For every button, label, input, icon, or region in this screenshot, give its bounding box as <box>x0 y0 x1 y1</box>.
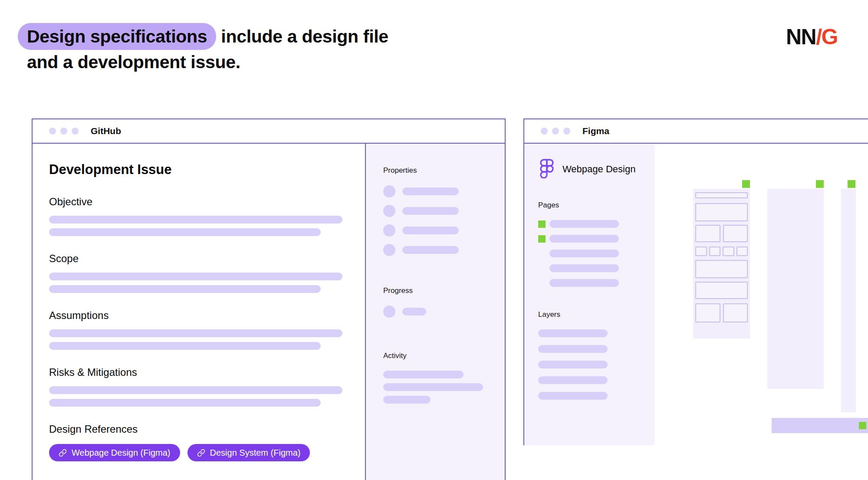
property-avatar-circle <box>383 185 395 197</box>
placeholder-bar <box>49 399 321 407</box>
nng-logo: NN/G <box>786 24 838 49</box>
artboard-frame-narrow[interactable] <box>841 189 856 412</box>
properties-label: Properties <box>383 166 505 175</box>
placeholder-bar <box>49 228 321 236</box>
section-label: Assumptions <box>49 309 365 322</box>
reference-buttons-row: Webpage Design (Figma) Design System (Fi… <box>49 444 365 461</box>
page-row <box>538 250 654 257</box>
issue-section-design-references: Design References Webpage Design (Figma) <box>49 423 365 461</box>
reference-button-design-system[interactable]: Design System (Figma) <box>187 444 310 461</box>
file-name: Webpage Design <box>562 164 635 175</box>
issue-section-risks: Risks & Mitigations <box>49 366 365 407</box>
wireframe-card <box>695 225 720 242</box>
placeholder-bar <box>383 371 464 378</box>
page-row <box>538 279 654 287</box>
placeholder-bar <box>549 220 619 228</box>
issue-main-content: Development Issue Objective Scope Assump… <box>33 144 365 480</box>
placeholder-bar <box>549 264 619 272</box>
wireframe-tile <box>695 247 707 256</box>
progress-row <box>383 306 505 318</box>
section-label: Objective <box>49 196 365 208</box>
selected-layer-bar[interactable] <box>772 418 868 433</box>
page-row <box>538 264 654 272</box>
wireframe-four-column-row <box>695 247 748 256</box>
window-controls <box>541 128 570 135</box>
window-control-dot[interactable] <box>49 128 56 135</box>
figma-logo-icon <box>538 158 556 180</box>
property-avatar-circle <box>383 205 395 217</box>
github-titlebar: GitHub <box>33 119 505 144</box>
placeholder-bar <box>383 383 483 391</box>
reference-button-label: Design System (Figma) <box>210 448 301 458</box>
section-label: Scope <box>49 253 365 265</box>
page-row-selected <box>538 235 654 243</box>
property-avatar-circle <box>383 224 395 237</box>
placeholder-bar <box>549 250 619 257</box>
figma-left-panel: Webpage Design Pages <box>524 144 654 445</box>
issue-sidebar: Properties Progress <box>365 144 505 480</box>
placeholder-bar <box>549 235 619 243</box>
window-control-dot[interactable] <box>563 128 570 135</box>
property-avatar-circle <box>383 244 395 256</box>
wireframe-content-block <box>695 282 748 299</box>
figma-canvas <box>654 144 868 445</box>
layers-label: Layers <box>538 310 654 319</box>
section-label: Risks & Mitigations <box>49 366 365 378</box>
selection-handle[interactable] <box>848 180 855 188</box>
nng-logo-slash-g: /G <box>816 25 838 49</box>
placeholder-bar <box>402 308 426 316</box>
headline-rest: include a design file <box>221 26 388 46</box>
figma-body: Webpage Design Pages <box>524 144 868 445</box>
placeholder-bar <box>49 285 321 293</box>
placeholder-bar <box>549 279 619 287</box>
reference-button-webpage-design[interactable]: Webpage Design (Figma) <box>49 444 180 461</box>
window-control-dot[interactable] <box>60 128 67 135</box>
headline-line-1: Design specifications include a design f… <box>27 24 388 49</box>
headline-highlight: Design specifications <box>18 23 216 50</box>
property-row <box>383 224 505 237</box>
layer-row-bar <box>538 329 608 337</box>
section-label: Design References <box>49 423 365 435</box>
property-row <box>383 244 505 256</box>
placeholder-bar <box>402 207 459 215</box>
layer-row-bar <box>538 376 608 384</box>
layer-row-bar <box>538 361 608 368</box>
figma-window: Figma Webpage Design P <box>523 118 868 445</box>
wireframe-tile <box>736 247 748 256</box>
placeholder-bar <box>49 273 342 280</box>
placeholder-bar <box>49 329 342 337</box>
wireframe-card <box>695 303 720 322</box>
wireframe-card <box>723 225 748 242</box>
progress-label: Progress <box>383 286 505 295</box>
github-window: GitHub Development Issue Objective Scope… <box>32 118 506 480</box>
link-icon <box>59 449 67 457</box>
wireframe-navbar <box>695 192 748 198</box>
selection-handle[interactable] <box>859 422 866 429</box>
placeholder-bar <box>49 386 342 394</box>
artboard-frame-plain[interactable] <box>767 189 824 389</box>
headline-line-2: and a development issue. <box>27 49 388 75</box>
placeholder-bar <box>402 227 459 234</box>
layer-row-bar <box>538 392 608 400</box>
wireframe-tile <box>709 247 721 256</box>
wireframe-content-block <box>695 260 748 278</box>
layer-row-bar <box>538 345 608 353</box>
window-control-dot[interactable] <box>541 128 548 135</box>
selection-handle[interactable] <box>816 180 824 188</box>
headline: Design specifications include a design f… <box>27 24 388 75</box>
page-selected-indicator <box>538 220 546 228</box>
progress-circle <box>383 306 395 318</box>
github-window-title: GitHub <box>91 126 121 136</box>
window-control-dot[interactable] <box>552 128 559 135</box>
window-control-dot[interactable] <box>72 128 79 135</box>
page-selected-indicator <box>538 235 546 243</box>
placeholder-bar <box>49 216 342 224</box>
artboard-frame-wireframe[interactable] <box>693 189 750 339</box>
placeholder-bar <box>402 246 459 254</box>
page-row-selected <box>538 220 654 228</box>
selection-handle[interactable] <box>742 180 750 188</box>
placeholder-bar <box>402 187 459 195</box>
nng-logo-nn: NN <box>786 25 816 49</box>
issue-title: Development Issue <box>49 162 365 178</box>
pages-label: Pages <box>538 201 654 210</box>
